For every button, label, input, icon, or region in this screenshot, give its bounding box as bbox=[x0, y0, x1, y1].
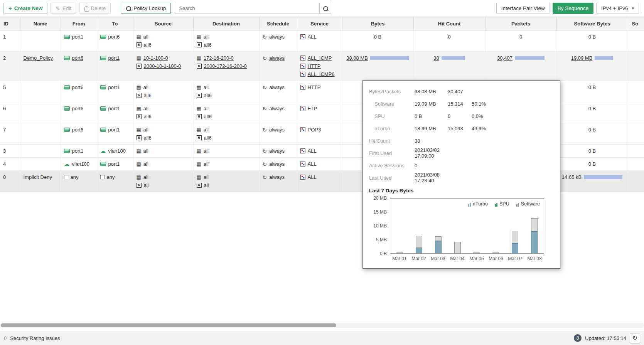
bar-stack bbox=[492, 252, 499, 253]
object-label: all bbox=[204, 83, 209, 91]
value-wrap: 0 B bbox=[560, 126, 625, 134]
column-header-name[interactable]: Name bbox=[20, 17, 61, 30]
tooltip-stat-label: First Used bbox=[369, 150, 415, 156]
column-header-overflow[interactable]: So bbox=[628, 17, 644, 30]
value-text[interactable]: 19.09 MB bbox=[571, 54, 593, 62]
policy-name: Implicit Deny bbox=[24, 174, 52, 180]
interface-pair-view-label: Interface Pair View bbox=[501, 5, 545, 11]
create-new-button[interactable]: + Create New bbox=[3, 3, 47, 14]
search-submit-button[interactable] bbox=[320, 3, 331, 14]
by-sequence-button[interactable]: By Sequence bbox=[553, 3, 593, 14]
value-text: 0 B bbox=[588, 83, 596, 91]
schedule-entry: ↻always bbox=[263, 126, 294, 134]
chart-bar-segment-Software bbox=[473, 252, 480, 253]
chart-bar-segment-Software bbox=[416, 236, 422, 248]
ipv6-address-icon: 6 bbox=[197, 64, 202, 69]
service-label[interactable]: ALL_ICMP6 bbox=[308, 70, 335, 78]
edit-button[interactable]: ✎ Edit bbox=[51, 3, 76, 14]
chart-bar-segment-Software bbox=[531, 218, 538, 231]
cell-destination: ▦all6all6 bbox=[193, 81, 259, 102]
cell-to: ☁vlan100 bbox=[97, 145, 133, 158]
search-input[interactable] bbox=[175, 3, 320, 14]
object-label: port1 bbox=[108, 104, 120, 113]
object-entry: any bbox=[100, 173, 130, 181]
legend-chart-icon bbox=[495, 203, 497, 207]
value-wrap: 19.09 MB bbox=[560, 54, 625, 62]
bar-stack bbox=[512, 231, 518, 253]
ipv6-address-icon: 6 bbox=[137, 135, 142, 140]
policy-row[interactable]: 1port1port6▦all6all6▦all6all6↻alwaysALL0… bbox=[0, 30, 644, 52]
cell-source: ▦all6all6 bbox=[133, 102, 193, 123]
column-header-hit-count[interactable]: Hit Count bbox=[413, 17, 485, 30]
updated-timestamp: Updated: 17:55:14 bbox=[585, 335, 626, 341]
object-label[interactable]: 10-1-100-0 bbox=[143, 54, 168, 62]
object-label[interactable]: 172-16-200-0 bbox=[204, 54, 234, 62]
policy-row[interactable]: 2Demo_Policyport6port1▦10-1-100-062000-1… bbox=[0, 52, 644, 81]
ip-version-dropdown[interactable]: IPv4 + IPv6 ▾ bbox=[596, 3, 639, 14]
column-header-destination[interactable]: Destination bbox=[193, 17, 259, 30]
column-header-source[interactable]: Source bbox=[133, 17, 193, 30]
cell-bytes: 0 B bbox=[342, 30, 413, 52]
object-entry: ▦10-1-100-0 bbox=[137, 54, 190, 62]
refresh-button[interactable]: ↻ bbox=[630, 333, 640, 343]
service-label[interactable]: HTTP bbox=[308, 62, 321, 70]
object-label[interactable]: 2000-172-16-200-0 bbox=[204, 62, 247, 70]
column-header-from[interactable]: From bbox=[61, 17, 97, 30]
column-header-software-bytes[interactable]: Software Bytes bbox=[556, 17, 628, 30]
column-header-to[interactable]: To bbox=[97, 17, 133, 30]
schedule-label[interactable]: always bbox=[269, 54, 285, 62]
schedule-label: always bbox=[269, 147, 285, 155]
cell-service: ALL bbox=[297, 158, 342, 171]
cell-from: ☁vlan100 bbox=[61, 158, 97, 171]
object-label[interactable]: port1 bbox=[108, 54, 120, 62]
delete-label: Delete bbox=[91, 5, 106, 11]
x-tick-label: Mar 01 bbox=[390, 256, 409, 261]
value-text[interactable]: 30,407 bbox=[497, 54, 513, 62]
policy-name[interactable]: Demo_Policy bbox=[24, 55, 53, 61]
object-label: port6 bbox=[108, 33, 120, 41]
policy-lookup-button[interactable]: Policy Lookup bbox=[121, 3, 171, 14]
object-entry: ▦all bbox=[137, 104, 190, 113]
cell-packets: 30,407 bbox=[485, 52, 556, 81]
object-entry: 6all6 bbox=[197, 113, 256, 121]
cell-service: ALL bbox=[297, 171, 342, 192]
address-icon: ▦ bbox=[137, 85, 141, 90]
cell-destination: ▦172-16-200-062000-172-16-200-0 bbox=[193, 52, 259, 81]
address-icon: ▦ bbox=[197, 34, 201, 40]
object-label[interactable]: 2000-10-1-100-0 bbox=[144, 62, 181, 70]
column-header-service[interactable]: Service bbox=[297, 17, 342, 30]
object-entry: 62000-172-16-200-0 bbox=[197, 62, 256, 70]
service-label[interactable]: ALL_ICMP bbox=[308, 54, 332, 62]
address-icon: ▦ bbox=[197, 106, 201, 111]
chart-bar-segment-Software bbox=[435, 236, 442, 241]
value-text[interactable]: 38 bbox=[433, 54, 439, 62]
cell-source: ▦10-1-100-062000-10-1-100-0 bbox=[133, 52, 193, 81]
object-label[interactable]: port6 bbox=[72, 54, 84, 62]
cell-to: port1 bbox=[97, 123, 133, 145]
tooltip-stat-label: Last Used bbox=[369, 175, 415, 181]
column-header-id[interactable]: ID bbox=[0, 17, 20, 30]
column-header-packets[interactable]: Packets bbox=[485, 17, 556, 30]
interface-pair-view-button[interactable]: Interface Pair View bbox=[496, 3, 550, 14]
value-wrap: 30,407 bbox=[489, 54, 553, 62]
chart-legend: nTurboSPUSoftware bbox=[468, 202, 540, 207]
security-rating-label[interactable]: Security Rating Issues bbox=[10, 335, 60, 341]
service-icon bbox=[300, 64, 305, 69]
value-text: 0 B bbox=[588, 147, 596, 155]
object-entry: ▦all bbox=[197, 126, 256, 134]
policy-table-area: ID Name From To Source Destination Sched… bbox=[0, 17, 644, 321]
notification-badge[interactable]: 8 bbox=[574, 334, 582, 342]
column-header-bytes[interactable]: Bytes bbox=[342, 17, 413, 30]
chart-bar-segment-Software bbox=[492, 252, 499, 253]
object-entry: ▦all bbox=[197, 33, 256, 41]
column-header-schedule[interactable]: Schedule bbox=[259, 17, 297, 30]
ipv6-address-icon: 6 bbox=[197, 183, 202, 188]
cell-software-bytes: 0 B bbox=[556, 102, 628, 123]
delete-button[interactable]: Delete bbox=[79, 3, 111, 14]
object-entry: port1 bbox=[64, 147, 94, 155]
service-icon bbox=[300, 72, 305, 77]
horizontal-scrollbar-thumb[interactable] bbox=[1, 323, 336, 327]
cell-software-bytes: 0 B bbox=[556, 158, 628, 171]
cell-from: port6 bbox=[61, 102, 97, 123]
value-text[interactable]: 38.08 MB bbox=[346, 54, 368, 62]
